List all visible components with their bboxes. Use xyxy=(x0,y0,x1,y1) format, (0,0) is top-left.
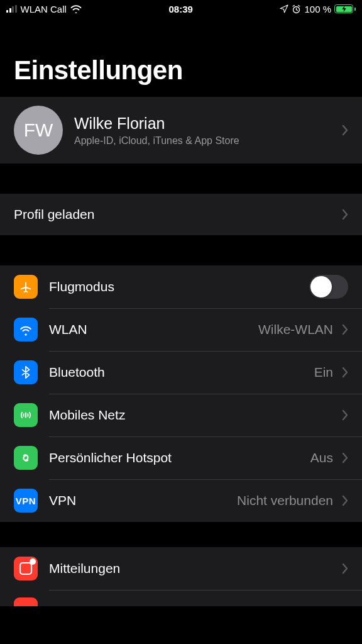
chevron-right-icon xyxy=(342,452,348,464)
profile-subtitle: Apple-ID, iCloud, iTunes & App Store xyxy=(74,135,331,147)
profile-loaded-row[interactable]: Profil geladen xyxy=(0,194,362,235)
hotspot-row[interactable]: Persönlicher Hotspot Aus xyxy=(0,436,362,479)
location-icon xyxy=(280,4,288,13)
wifi-icon xyxy=(70,4,82,13)
vpn-label: VPN xyxy=(49,493,237,508)
wlan-label: WLAN xyxy=(49,322,258,337)
airplane-mode-row[interactable]: Flugmodus xyxy=(0,265,362,308)
vpn-icon: VPN xyxy=(14,489,38,513)
airplane-icon xyxy=(14,275,38,299)
hotspot-icon xyxy=(14,446,38,470)
chevron-right-icon xyxy=(342,324,348,335)
cellular-icon xyxy=(14,403,38,427)
chevron-right-icon xyxy=(342,495,348,506)
chevron-right-icon xyxy=(342,209,348,220)
notifications-icon xyxy=(14,557,38,580)
chevron-right-icon xyxy=(342,563,348,574)
battery-icon xyxy=(334,4,356,13)
battery-percent: 100 % xyxy=(304,4,331,14)
bluetooth-row[interactable]: Bluetooth Ein xyxy=(0,351,362,394)
hotspot-value: Aus xyxy=(310,450,333,465)
status-bar: WLAN Call 08:39 100 % xyxy=(0,0,362,18)
profile-name: Wilke Florian xyxy=(74,114,331,133)
svg-rect-1 xyxy=(20,563,31,574)
cellular-row[interactable]: Mobiles Netz xyxy=(0,394,362,436)
cellular-label: Mobiles Netz xyxy=(49,408,342,423)
notifications-label: Mitteilungen xyxy=(49,561,342,576)
hotspot-label: Persönlicher Hotspot xyxy=(49,450,310,465)
chevron-right-icon xyxy=(342,125,348,136)
page-title: Einstellungen xyxy=(0,18,362,97)
bluetooth-value: Ein xyxy=(314,365,333,380)
bluetooth-label: Bluetooth xyxy=(49,365,314,380)
bluetooth-icon xyxy=(14,360,38,384)
vpn-row[interactable]: VPN VPN Nicht verbunden xyxy=(0,479,362,522)
carrier-label: WLAN Call xyxy=(21,4,67,14)
partial-row[interactable] xyxy=(0,590,362,606)
status-time: 08:39 xyxy=(168,4,192,14)
chevron-right-icon xyxy=(342,409,348,421)
wlan-value: Wilke-WLAN xyxy=(258,322,333,337)
airplane-label: Flugmodus xyxy=(49,279,309,294)
partial-icon xyxy=(14,597,38,606)
wifi-icon xyxy=(14,318,38,341)
chevron-right-icon xyxy=(342,367,348,378)
alarm-icon xyxy=(292,4,301,14)
profile-row[interactable]: FW Wilke Florian Apple-ID, iCloud, iTune… xyxy=(0,97,362,164)
profile-loaded-label: Profil geladen xyxy=(14,207,342,222)
signal-icon xyxy=(6,5,17,13)
avatar: FW xyxy=(14,106,63,155)
vpn-value: Nicht verbunden xyxy=(237,493,333,508)
airplane-toggle[interactable] xyxy=(309,275,348,299)
wlan-row[interactable]: WLAN Wilke-WLAN xyxy=(0,308,362,351)
notifications-row[interactable]: Mitteilungen xyxy=(0,547,362,590)
